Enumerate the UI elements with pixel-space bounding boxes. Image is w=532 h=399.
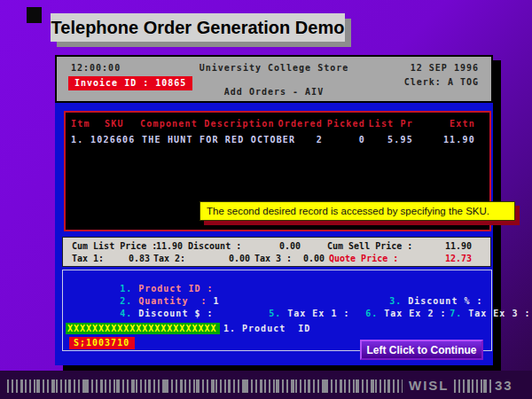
tax1-label: Tax 1: [72,254,104,263]
footer-brand: WISL [409,378,450,393]
field-4-number: 4. [120,309,132,318]
terminal-header-panel: 12:00:00 University College Store 12 SEP… [55,55,493,103]
col-list-pr: List Pr [364,119,413,129]
slide: Telephone Order Generation Demo 12:00:00… [0,0,532,399]
col-sku: SKU [105,119,124,129]
cum-list-label: Cum List Price : [72,241,157,251]
quote-price-label: Quote Price : [329,254,398,263]
tax2-label: Tax 2: [153,254,185,263]
product-id-input[interactable]: XXXXXXXXXXXXXXXXXXXXXXXX [66,323,220,334]
cell-list-pr: 5.95 [364,135,413,145]
invoice-id-badge: Invoice ID : 10865 [68,76,192,90]
cell-extn: 11.90 [426,135,475,145]
slide-title-banner: Telephone Order Generation Demo [51,13,345,42]
col-picked: Picked [316,119,365,129]
order-table-header: Itm SKU Component Description Ordered Pi… [66,119,489,129]
field-7-label: Tax Ex 3 : [462,309,530,318]
barcode-decoration [7,379,403,393]
slide-title: Telephone Order Generation Demo [51,18,345,38]
sku-entry-badge: S;1003710 [69,337,135,349]
input-prompt-label: 1. Product ID [223,323,310,334]
slide-footer-bar: WISL 33 [0,371,532,399]
tax3-value: 0.00 [287,254,325,263]
cum-sell-label: Cum Sell Price : [327,241,412,251]
slide-bullet-square [27,7,42,23]
field-6-number: 6. [365,309,378,318]
terminal-screen: 12:00:00 University College Store 12 SEP… [55,55,493,365]
tax2-value: 0.00 [215,254,250,263]
continue-button[interactable]: Left Click to Continue [360,340,483,360]
col-extn: Extn [426,119,475,129]
table-row: 1. 1026606 THE HUNT FOR RED OCTOBER 2 0 … [66,135,489,145]
totals-panel: Cum List Price : 11.90 Discount : 0.00 C… [62,237,491,267]
cell-sku: 1026606 [90,135,136,145]
page-number: 33 [495,378,513,393]
cell-picked: 0 [316,135,365,145]
field-7-number: 7. [450,309,462,318]
date-text: 12 SEP 1996 [411,63,479,73]
tax3-label: Tax 3 : [254,254,292,263]
barcode-decoration-small [454,379,491,393]
discount-label: Discount : [188,241,241,251]
annotation-callout: The second desired record is accessed by… [200,201,515,221]
clerk-text: Clerk: A TOG [404,77,479,87]
quote-price-value: 12.73 [432,254,472,263]
cum-list-value: 11.90 [147,241,183,251]
cell-itm: 1. [71,135,83,145]
discount-value: 0.00 [261,241,301,251]
col-itm: Itm [71,119,90,129]
field-5-number: 5. [269,309,281,318]
cum-sell-value: 11.90 [432,241,472,251]
field-tax-ex-3: 7. Tax Ex 3 : [400,299,530,328]
col-description: Component Description [140,119,275,129]
tax1-value: 0.83 [114,254,150,263]
field-4-label: Discount $ : [132,309,213,318]
